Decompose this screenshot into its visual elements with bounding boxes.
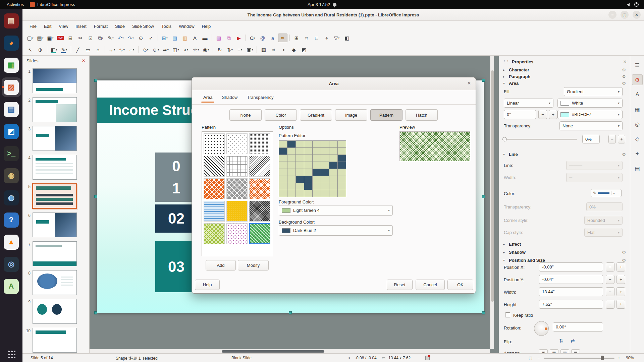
dropdown-arrow-icon[interactable]: ▾ — [123, 48, 125, 51]
pattern-editor-cell[interactable] — [287, 183, 296, 190]
pattern-blue-waves[interactable] — [204, 201, 225, 222]
pattern-editor-cell[interactable] — [304, 183, 312, 190]
paste-button[interactable]: ⧉▾ — [96, 34, 105, 42]
insert-table-button[interactable]: ⊞▾ — [160, 34, 169, 42]
dropdown-arrow-icon[interactable]: ▾ — [198, 48, 199, 51]
pattern-editor-cell[interactable] — [329, 155, 337, 162]
pattern-editor-cell[interactable] — [296, 155, 304, 162]
pattern-orange-zigzag[interactable] — [249, 178, 270, 199]
pattern-editor-cell[interactable] — [321, 162, 329, 169]
section-effect[interactable]: ▸ Effect — [499, 241, 630, 247]
pattern-editor-cell[interactable] — [279, 176, 287, 183]
dropdown-arrow-icon[interactable]: ▾ — [241, 48, 242, 51]
pattern-editor-cell[interactable] — [287, 176, 296, 183]
pattern-editor-cell[interactable] — [296, 190, 304, 197]
pattern-editor-cell[interactable] — [304, 162, 312, 169]
line-style-dropdown[interactable]: ——— — [566, 161, 623, 170]
pattern-editor-cell[interactable] — [313, 141, 321, 147]
slides-panel-close-icon[interactable]: ✕ — [82, 58, 85, 63]
menu-view[interactable]: View — [55, 21, 72, 31]
pattern-editor-cell[interactable] — [279, 183, 287, 190]
cancel-button[interactable]: Cancel — [416, 280, 445, 290]
minimize-button[interactable]: − — [608, 11, 616, 19]
pattern-green-zigzag[interactable] — [204, 223, 225, 244]
sidebar-tab-sidebar-menu[interactable]: ☰ — [632, 60, 643, 70]
line-settings-icon[interactable]: ⚙ — [622, 152, 626, 157]
ok-button[interactable]: OK — [447, 280, 473, 290]
rotation-dial[interactable] — [534, 321, 549, 336]
pattern-editor-cell[interactable] — [304, 190, 312, 197]
pattern-editor-cell[interactable] — [287, 141, 296, 147]
sidebar-tab-master-slides[interactable]: ▤ — [632, 163, 643, 174]
pattern-orange-diamonds[interactable] — [204, 178, 225, 199]
show-draw-functions-button[interactable]: ✏ — [278, 34, 287, 42]
dropdown-arrow-icon[interactable]: ▾ — [42, 37, 44, 40]
dialog-close-icon[interactable]: ✕ — [467, 81, 471, 86]
line-width-dropdown[interactable]: ─ — [566, 173, 623, 182]
pattern-editor-cell[interactable] — [329, 183, 337, 190]
pattern-editor-cell[interactable] — [321, 155, 329, 162]
pattern-editor-cell[interactable] — [321, 190, 329, 197]
slide-row-2[interactable]: 2 — [24, 97, 87, 123]
dialog-titlebar[interactable]: Area ✕ — [192, 77, 476, 90]
pattern-grid-lines[interactable] — [226, 156, 248, 177]
dock-vscode[interactable]: ◩ — [2, 122, 21, 141]
dropdown-arrow-icon[interactable]: ▾ — [252, 48, 253, 51]
dropdown-arrow-icon[interactable]: ▾ — [52, 37, 54, 40]
focused-app[interactable]: LibreOffice Impress — [30, 2, 75, 7]
paragraph-settings-icon[interactable]: ⚙ — [622, 74, 626, 79]
toggle-3d-button[interactable]: ◧ — [342, 34, 352, 42]
selection-handle-top-right[interactable] — [482, 79, 485, 82]
angle-increase-button[interactable]: + — [549, 110, 557, 119]
callout-shapes-button[interactable]: ◖▾ — [181, 45, 191, 54]
keep-ratio-checkbox[interactable] — [505, 312, 510, 317]
section-shadow[interactable]: ▸ Shadow ⚙ — [499, 249, 630, 255]
pattern-editor-cell[interactable] — [287, 190, 296, 197]
position-x-input[interactable]: -0.08″ — [539, 262, 603, 272]
dropdown-arrow-icon[interactable]: ▾ — [147, 48, 148, 51]
curves-and-polygons-button[interactable]: ∿▾ — [117, 45, 126, 54]
help-button[interactable]: Help — [195, 280, 220, 290]
send-to-back-button[interactable]: ▦ — [571, 349, 580, 353]
width-decrease-button[interactable]: − — [606, 287, 614, 296]
transparency-decrease-button[interactable]: − — [608, 135, 616, 143]
angle-decrease-button[interactable]: − — [538, 110, 547, 119]
position-x-increase-button[interactable]: + — [616, 262, 625, 272]
pattern-editor-cell[interactable] — [313, 176, 321, 183]
line-color-button[interactable]: ✎ ▾ — [591, 189, 622, 197]
pattern-editor-cell[interactable] — [279, 141, 287, 147]
pattern-editor-cell[interactable] — [338, 169, 346, 176]
tab-shadow[interactable]: Shadow — [217, 92, 242, 103]
horizontal-scrollbar[interactable] — [90, 349, 490, 353]
dropdown-arrow-icon[interactable]: ▾ — [102, 37, 103, 40]
slide-row-5[interactable]: 5 — [24, 184, 87, 209]
master-slide-button[interactable]: ▨ — [214, 34, 223, 42]
dock-firefox[interactable]: ◕ — [2, 33, 21, 53]
slide-row-4[interactable]: 4 — [24, 155, 87, 180]
vertical-scrollbar[interactable] — [490, 56, 494, 349]
power-icon[interactable] — [634, 2, 639, 7]
slide-row-3[interactable]: 3 — [24, 126, 87, 152]
close-button[interactable]: ✕ — [633, 11, 641, 19]
section-paragraph[interactable]: ▸ Paragraph ⚙ — [499, 73, 630, 80]
volume-icon[interactable] — [627, 3, 630, 6]
menu-insert[interactable]: Insert — [72, 21, 90, 31]
fill-type-hatch-button[interactable]: Hatch — [406, 109, 438, 121]
pattern-editor-cell[interactable] — [313, 169, 321, 176]
position-y-decrease-button[interactable]: − — [606, 275, 614, 284]
area-settings-icon[interactable]: ⚙ — [622, 81, 626, 86]
transparency-value-input[interactable]: 0% — [582, 135, 600, 143]
height-increase-button[interactable]: + — [616, 300, 625, 309]
menu-slide[interactable]: Slide — [111, 21, 128, 31]
sidebar-tab-navigator[interactable]: ◎ — [632, 119, 643, 129]
cap-style-dropdown[interactable]: Flat — [584, 228, 623, 237]
cut-button[interactable]: ✂ — [76, 34, 85, 42]
pattern-editor-cell[interactable] — [287, 169, 296, 176]
tab-transparency[interactable]: Transparency — [242, 92, 278, 103]
fill-type-image-button[interactable]: Image — [335, 109, 367, 121]
slide-row-8[interactable]: 8 — [24, 270, 87, 296]
edit-points-button[interactable]: • — [279, 45, 288, 54]
dock-terminal[interactable]: >_ — [2, 144, 21, 163]
pattern-dark-crosshatch[interactable] — [249, 201, 270, 222]
pattern-editor-cell[interactable] — [304, 176, 312, 183]
